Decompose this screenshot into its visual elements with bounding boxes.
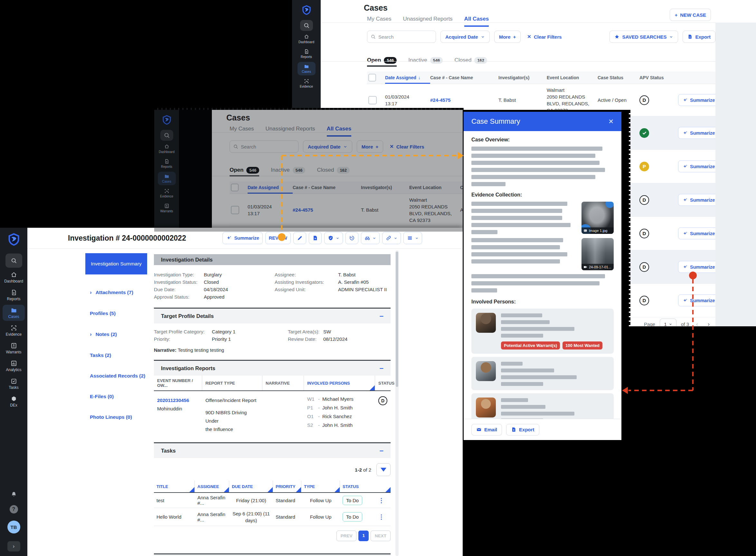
help-button[interactable]: ? [10,505,18,514]
notifications-button[interactable] [10,491,17,498]
tab-unassigned-reports[interactable]: Unassigned Reports [266,126,315,137]
status-tab-inactive[interactable]: Inactive546 [408,54,443,67]
tasks-column-due-date[interactable]: DUE DATE [229,481,273,492]
summarize-button[interactable]: Summarize [678,161,719,172]
select-all-checkbox[interactable] [231,184,238,192]
tasks-column-status[interactable]: STATUS [340,481,390,492]
next-page-button[interactable]: › [705,321,712,327]
sidebar-item-reports[interactable]: Reports [158,157,176,170]
saved-searches-button[interactable]: SAVED SEARCHES [609,31,678,43]
status-badge[interactable]: To Do [343,512,362,522]
sidebar-item-evidence[interactable]: Evidence [158,186,176,200]
reports-column-0[interactable]: EVENT NUMBER / OW... [154,376,202,390]
select-all-checkbox[interactable] [368,74,376,81]
case-number-link[interactable]: #24-4575 [293,207,313,213]
sidebar-item-cases[interactable]: Cases [298,62,315,75]
sidebar-item-dashboard[interactable]: Dashboard [158,142,176,155]
summarize-button[interactable]: Summarize [678,294,719,306]
sidebar-search-button[interactable] [300,20,313,31]
link-button[interactable] [382,232,401,244]
approval-button[interactable] [324,232,343,244]
tasks-page-1-button[interactable]: 1 [358,530,369,541]
sidebar-search-button[interactable] [5,253,22,268]
column-investigators[interactable]: Investigator(s) [498,75,547,80]
sidebar-item-evidence[interactable]: Evidence [3,322,25,339]
status-tab-open[interactable]: Open546 [230,164,259,177]
summarize-button[interactable]: Summarize [678,228,719,239]
involved-person-card[interactable]: Potential Active Warrant(s) [471,393,614,419]
email-button[interactable]: Email [471,424,502,436]
search-input[interactable]: Search [367,31,436,43]
summarize-button[interactable]: Summarize [678,194,719,206]
kebab-menu-icon[interactable]: ⋮ [372,513,390,521]
summarize-button[interactable]: Summarize [678,261,719,273]
review-button[interactable]: REVIEW [265,232,291,244]
status-badge[interactable]: To Do [343,496,362,505]
nav-item-investigation-summary[interactable]: Investigation Summary [85,253,147,274]
sidebar-item-analytics[interactable]: Analytics [3,358,25,374]
involved-person-card[interactable]: Potential Active Warrant(s)100 Most Want… [471,309,614,354]
task-row[interactable]: Hello WorldAnna Serafin #...Sep 6 (21:00… [154,508,390,526]
export-button[interactable]: Export [506,424,539,436]
tasks-column-type[interactable]: TYPE [301,481,340,492]
edit-button[interactable] [293,232,306,244]
sidebar-item-dex[interactable]: DEx [3,393,25,410]
tab-all-cases[interactable]: All Cases [327,126,351,137]
acquired-date-filter[interactable]: Acquired Date [303,140,352,153]
clear-filters-button[interactable]: ✕Clear Filters [388,140,426,153]
sidebar-search-button[interactable] [160,130,173,141]
sidebar-item-tasks[interactable]: Tasks [3,376,25,392]
tasks-page-size-dropdown[interactable] [376,463,390,476]
sidebar-expand-button[interactable]: › [7,541,20,552]
sidebar-item-evidence[interactable]: Evidence [298,77,315,90]
more-filters-button[interactable]: More+ [494,31,521,43]
evidence-image-thumbnail[interactable]: Image 1.jpg [581,202,614,234]
tasks-next-button[interactable]: NEXT [371,530,390,541]
sidebar-item-cases[interactable]: Cases [3,305,25,321]
column-event-location[interactable]: Event Location [409,185,460,190]
case-row[interactable]: 01/03/202413:17#24-4575T. BabstWalmart20… [230,194,464,226]
collapse-section-button[interactable]: – [380,364,383,372]
column-case-name[interactable]: Case # - Case Name [293,185,361,190]
sidebar-item-dashboard[interactable]: Dashboard [298,32,315,46]
column-investigators[interactable]: Investigator(s) [361,185,409,190]
kebab-menu-icon[interactable]: ⋮ [372,497,390,504]
nav-item-photo-lineups-0-[interactable]: Photo Lineups (0) [85,414,147,420]
nav-item-tasks-2-[interactable]: Tasks (2) [85,352,147,358]
nav-item-notes-2-[interactable]: ›Notes (2) [85,331,147,338]
column-event-location[interactable]: Event Location [547,75,598,80]
status-tab-open[interactable]: Open546 [367,54,397,67]
column-date-assigned[interactable]: Date Assigned↓ [248,181,293,194]
tasks-column-title[interactable]: TITLE [154,481,195,492]
collapse-section-button[interactable]: – [380,447,383,455]
row-checkbox[interactable] [368,96,377,104]
search-input[interactable]: Search [230,140,299,153]
sidebar-item-warrants[interactable]: Warrants [3,340,25,356]
status-tab-closed[interactable]: Closed162 [317,164,350,177]
new-case-button[interactable]: +NEW CASE [670,9,711,21]
acquired-date-filter[interactable]: Acquired Date [441,31,490,43]
status-tab-inactive[interactable]: Inactive546 [271,164,305,177]
tab-my-cases[interactable]: My Cases [230,126,254,137]
column-apv-status[interactable]: APV Status [639,75,678,80]
nav-item-e-files-0-[interactable]: E-Files (0) [85,394,147,399]
reports-column-3[interactable]: INVOLVED PERSONS [304,376,375,390]
task-row[interactable]: testAnna Serafin #...Friday (21:00)Stand… [154,493,390,508]
sidebar-item-reports[interactable]: Reports [298,47,315,61]
tasks-column-assignee[interactable]: ASSIGNEE [195,481,229,492]
sidebar-item-cases[interactable]: Cases [158,172,176,185]
reports-column-1[interactable]: REPORT TYPE [202,376,262,390]
add-report-button[interactable] [309,232,322,244]
export-button[interactable]: Export [683,31,715,43]
reports-column-4[interactable]: STATUS [375,376,390,390]
row-checkbox[interactable] [231,206,239,214]
status-tab-closed[interactable]: Closed162 [454,54,487,67]
more-menu-button[interactable] [404,232,422,244]
search-records-button[interactable] [361,232,380,244]
column-date-assigned[interactable]: Date Assigned↓ [385,71,430,84]
close-icon[interactable]: ✕ [608,117,614,125]
column-case-name[interactable]: Case # - Case Name [430,75,498,80]
summarize-button[interactable]: Summarize [678,94,719,106]
sidebar-item-reports[interactable]: Reports [3,287,25,303]
tab-unassigned-reports[interactable]: Unassigned Reports [403,16,453,27]
